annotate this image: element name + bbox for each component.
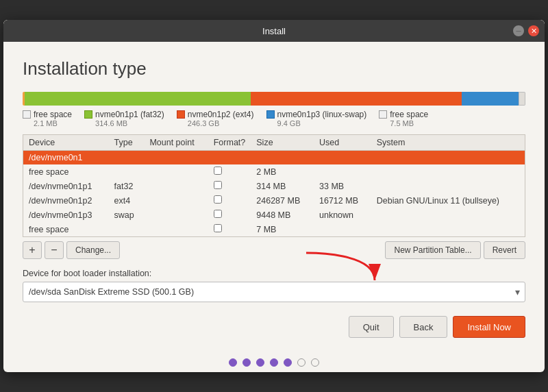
cell-size: 2 MB [251,164,314,179]
legend-free1: free space 2.1 MB [23,110,72,127]
cell-type [109,222,145,237]
cell-format[interactable] [208,208,251,222]
legend-size-swap: 9.4 GB [277,119,367,127]
back-button[interactable]: Back [399,316,448,338]
cell-system: Debian GNU/Linux 11 (bullseye) [371,193,525,208]
cell-size [251,151,314,165]
main-content: Installation type free space 2.1 MB nvme [3,42,545,349]
cell-system [371,179,525,193]
revert-button[interactable]: Revert [484,241,525,259]
col-format: Format? [208,135,251,151]
new-partition-table-button[interactable]: New Partition Table... [385,241,480,259]
cell-format [208,151,251,165]
cell-used: 33 MB [314,179,371,193]
table-row[interactable]: free space 2 MB [23,164,525,179]
quit-button[interactable]: Quit [349,316,394,338]
legend-label-fat32: nvme0n1p1 (fat32) [95,110,164,119]
cell-format[interactable] [208,193,251,208]
cell-size: 9448 MB [251,208,314,222]
legend-box-ext4 [177,110,185,119]
cell-system [371,151,525,165]
bootloader-section: Device for boot loader installation: /de… [23,269,525,302]
segment-fat32 [25,92,251,106]
bootloader-select[interactable]: /dev/sda SanDisk Extreme SSD (500.1 GB) [23,282,525,302]
legend-fat32: nvme0n1p1 (fat32) 314.6 MB [84,110,164,127]
col-device: Device [23,135,109,151]
table-actions: + − Change... New Partition Table... Rev… [23,241,525,259]
cell-used: 16712 MB [314,193,371,208]
col-mount: Mount point [144,135,208,151]
disk-bar [23,92,525,106]
cell-format[interactable] [208,179,251,193]
window-controls: ─ ✕ [513,25,539,36]
cell-device: free space [23,222,109,237]
cell-used: unknown [314,208,371,222]
legend-label-free1: free space [34,110,72,119]
legend-size-free2: 7.5 MB [390,119,428,127]
cell-device: /dev/nvme0n1 [23,151,109,165]
legend-size-fat32: 314.6 MB [95,119,164,127]
dot-7 [311,358,319,367]
legend-size-ext4: 246.3 GB [188,119,254,127]
table-row[interactable]: /dev/nvme0n1p1 fat32 314 MB 33 MB [23,179,525,193]
cell-used [314,222,371,237]
cell-type [109,164,145,179]
cell-type: swap [109,208,145,222]
cell-system [371,208,525,222]
cell-size: 246287 MB [251,193,314,208]
legend-label-ext4: nvme0n1p2 (ext4) [188,110,254,119]
cell-type: fat32 [109,179,145,193]
cell-format[interactable] [208,164,251,179]
dot-2 [242,358,251,367]
legend-box-swap [266,110,275,119]
dot-4 [270,358,278,367]
close-button[interactable]: ✕ [528,25,539,36]
cell-mount [144,193,208,208]
cell-system [371,222,525,237]
cell-size: 7 MB [251,222,314,237]
table-row[interactable]: /dev/nvme0n1p3 swap 9448 MB unknown [23,208,525,222]
cell-used [314,164,371,179]
footer: Quit Back Install Now [23,312,525,338]
legend-size-free1: 2.1 MB [34,119,72,127]
legend-box-fat32 [84,110,92,119]
disk-legend: free space 2.1 MB nvme0n1p1 (fat32) 314.… [23,110,525,127]
cell-mount [144,222,208,237]
minimize-button[interactable]: ─ [513,25,524,36]
table-row[interactable]: /dev/nvme0n1 [23,151,525,165]
cell-device: free space [23,164,109,179]
install-window: Install ─ ✕ Installation type free space… [3,20,545,372]
legend-ext4: nvme0n1p2 (ext4) 246.3 GB [177,110,254,127]
progress-dots [3,349,545,372]
table-row[interactable]: /dev/nvme0n1p2 ext4 246287 MB 16712 MB D… [23,193,525,208]
cell-mount [144,208,208,222]
bootloader-select-wrapper: /dev/sda SanDisk Extreme SSD (500.1 GB) … [23,282,525,302]
cell-device: /dev/nvme0n1p3 [23,208,109,222]
segment-free2 [519,92,525,106]
install-now-button[interactable]: Install Now [453,316,525,338]
window-title: Install [262,26,286,36]
add-partition-button[interactable]: + [23,241,42,259]
cell-size: 314 MB [251,179,314,193]
legend-label-free2: free space [390,110,428,119]
legend-swap: nvme0n1p3 (linux-swap) 9.4 GB [266,110,367,127]
change-partition-button[interactable]: Change... [66,241,120,259]
bootloader-label: Device for boot loader installation: [23,269,525,278]
partition-table: Device Type Mount point Format? Size Use… [23,134,525,237]
cell-type [109,151,145,165]
table-row[interactable]: free space 7 MB [23,222,525,237]
cell-mount [144,179,208,193]
dot-5 [284,358,292,367]
bootloader-select-area: /dev/sda SanDisk Extreme SSD (500.1 GB) … [23,282,525,302]
segment-ext4 [251,92,462,106]
legend-label-swap: nvme0n1p3 (linux-swap) [277,110,367,119]
segment-swap [462,92,518,106]
legend-box-free1 [23,110,31,119]
cell-used [314,151,371,165]
cell-system [371,164,525,179]
cell-format[interactable] [208,222,251,237]
cell-mount [144,151,208,165]
cell-mount [144,164,208,179]
page-title: Installation type [23,58,525,79]
remove-partition-button[interactable]: − [45,241,64,259]
